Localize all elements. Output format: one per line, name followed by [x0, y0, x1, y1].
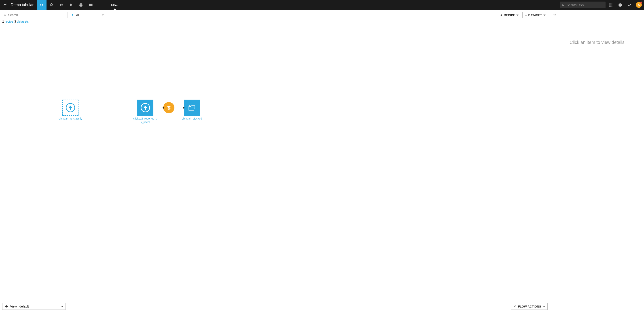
notification-dot [640, 2, 642, 4]
recipe-link[interactable]: recipe [5, 20, 14, 23]
arrow-right-icon [552, 13, 557, 17]
flow-pane: All + RECIPE + DATASET 1 recipe 3 datase… [0, 10, 550, 312]
svg-rect-10 [610, 4, 611, 4]
activity-button[interactable] [625, 0, 634, 10]
node-label: clickbait_to_classify [58, 117, 83, 121]
flow-icon [40, 3, 44, 7]
node-label: clickbait_reported_by_users [133, 117, 158, 124]
caret-down-icon [516, 15, 518, 16]
nav-tab-run[interactable] [66, 0, 76, 10]
nav-tab-more[interactable] [96, 0, 106, 10]
svg-point-0 [40, 5, 41, 6]
add-dataset-button[interactable]: + DATASET [522, 12, 548, 18]
flow-node-clickbait-to-classify[interactable]: clickbait_to_classify [58, 100, 83, 121]
svg-rect-11 [612, 4, 612, 4]
help-icon: ? [618, 3, 622, 7]
flow-canvas[interactable]: clickbait_to_classify clickbait_reported… [0, 25, 550, 312]
dataset-icon-box [137, 100, 154, 116]
caret-down-icon [543, 306, 545, 307]
apps-icon [609, 3, 613, 7]
wrench-icon [513, 305, 516, 308]
svg-rect-4 [80, 4, 82, 5]
recipe-count: 1 [2, 20, 4, 23]
trend-icon [628, 3, 632, 7]
flow-edge [174, 108, 184, 108]
search-icon [562, 3, 565, 7]
brand-logo[interactable] [0, 0, 10, 10]
code-icon [59, 3, 63, 7]
details-pane: Click an item to view details [550, 10, 644, 312]
avatar-letter: A [638, 3, 640, 7]
eye-icon [5, 304, 8, 308]
help-button[interactable]: ? [616, 0, 624, 10]
plus-icon: + [525, 13, 527, 17]
flow-search-input[interactable] [8, 13, 66, 17]
stack-layers-icon [166, 105, 172, 110]
details-empty-message: Click an item to view details [550, 20, 644, 312]
funnel-icon [71, 13, 74, 17]
topbar-left: Demo tabular [0, 0, 106, 10]
upload-circle-icon [65, 103, 76, 113]
apps-button[interactable] [606, 0, 615, 10]
panel-icon [89, 3, 93, 7]
add-dataset-label: DATASET [528, 14, 542, 17]
add-recipe-button[interactable]: + RECIPE [498, 12, 521, 18]
global-search-input[interactable] [567, 3, 603, 7]
dataset-count: 3 [14, 20, 16, 23]
svg-rect-7 [89, 4, 92, 6]
svg-text:?: ? [620, 4, 621, 6]
caret-down-icon [102, 15, 104, 16]
play-icon [70, 3, 72, 7]
svg-rect-15 [609, 6, 610, 7]
view-selector[interactable]: View : default [2, 303, 66, 310]
upload-circle-icon [140, 103, 150, 113]
global-search[interactable] [560, 2, 606, 8]
svg-rect-14 [612, 5, 612, 5]
dataset-icon-box [184, 100, 200, 116]
details-collapse-button[interactable] [550, 10, 644, 20]
flow-node-clickbait-stacked[interactable]: clickbait_stacked [180, 100, 204, 121]
nav-tabs [37, 0, 106, 10]
more-icon [99, 5, 102, 5]
topbar-right: ? A [560, 0, 644, 10]
dataset-link[interactable]: datasets [17, 20, 28, 23]
main-row: All + RECIPE + DATASET 1 recipe 3 datase… [0, 10, 644, 312]
flow-recipe-stack[interactable] [163, 102, 174, 113]
view-label: View : default [10, 304, 29, 308]
svg-rect-12 [609, 5, 610, 5]
caret-down-icon [61, 306, 63, 307]
stack-icon [79, 3, 83, 7]
caret-down-icon [544, 15, 546, 16]
flow-filter-dropdown[interactable]: All [69, 12, 106, 18]
nav-tab-panel[interactable] [86, 0, 96, 10]
node-label: clickbait_stacked [180, 117, 204, 121]
flow-node-clickbait-reported[interactable]: clickbait_reported_by_users [133, 100, 158, 124]
recycle-icon [50, 3, 54, 7]
add-recipe-label: RECIPE [504, 14, 515, 17]
svg-point-22 [6, 306, 7, 307]
svg-rect-17 [612, 6, 612, 7]
flow-search[interactable] [2, 12, 68, 18]
svg-line-3 [61, 4, 62, 6]
flow-bottom-bar: View : default FLOW ACTIONS [2, 303, 548, 310]
svg-rect-16 [610, 6, 611, 7]
flow-actions-button[interactable]: FLOW ACTIONS [511, 303, 548, 310]
search-icon [4, 14, 7, 17]
filter-label: All [76, 13, 102, 17]
nav-tab-flow[interactable] [37, 0, 46, 10]
svg-rect-13 [610, 5, 611, 5]
svg-rect-1 [42, 5, 43, 6]
svg-rect-5 [80, 5, 82, 6]
nav-tab-cycle[interactable] [46, 0, 56, 10]
folders-icon [187, 103, 197, 113]
flow-actions-label: FLOW ACTIONS [518, 305, 541, 308]
project-title[interactable]: Demo tabular [10, 3, 37, 7]
nav-tab-code[interactable] [56, 0, 66, 10]
nav-tab-print[interactable] [76, 0, 86, 10]
page-label: Flow [111, 0, 118, 10]
flow-summary: 1 recipe 3 datasets [0, 19, 550, 25]
plus-icon: + [500, 13, 502, 17]
dataset-icon-box [62, 100, 78, 116]
svg-rect-6 [80, 6, 82, 7]
user-avatar[interactable]: A [636, 2, 642, 8]
